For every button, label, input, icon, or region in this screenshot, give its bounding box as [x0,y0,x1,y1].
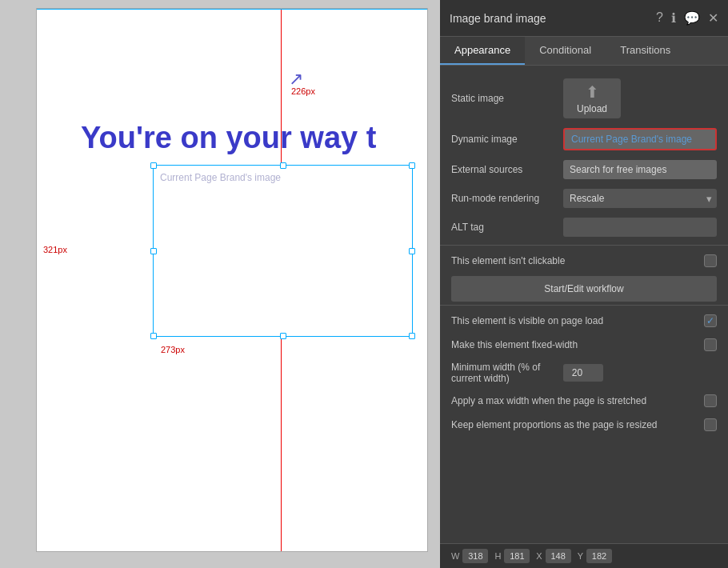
max-width-row: Apply a max width when the page is stret… [440,389,728,413]
tab-appearance[interactable]: Appearance [440,37,525,65]
handle-top-left[interactable] [150,162,157,169]
workflow-button[interactable]: Start/Edit workflow [451,276,717,302]
y-group: Y 182 [578,549,612,563]
run-mode-value: Rescale Stretch Crop [563,189,717,208]
image-element-box[interactable]: Current Page Brand's image [153,165,413,337]
height-group: H 181 [494,549,530,563]
right-panel: Image brand image ? ℹ 💬 ✕ Appearance Con… [440,0,728,568]
tab-transitions[interactable]: Transitions [606,37,685,65]
not-clickable-row: This element isn't clickable [440,249,728,273]
panel-icons: ? ℹ 💬 ✕ [656,10,718,26]
image-element-label: Current Page Brand's image [160,172,281,183]
keep-proportions-row: Keep element proportions as the page is … [440,413,728,437]
dim-left-label: 321px [43,245,67,254]
search-free-images-button[interactable]: Search for free images [563,160,717,179]
alt-tag-value [563,218,717,237]
divider-1 [440,245,728,246]
chat-icon[interactable]: 💬 [684,10,700,26]
bottom-bar: W 318 H 181 X 148 Y 182 [440,543,728,568]
blue-guide-top [37,9,427,10]
max-width-label: Apply a max width when the page is stret… [451,395,704,406]
height-label: H [494,551,501,561]
y-label: Y [578,551,583,561]
panel-title: Image brand image [450,12,656,25]
static-image-row: Static image ⬆ Upload [440,74,728,123]
x-label: X [536,551,542,561]
canvas-white: You're on your way t ↗ 226px Current Pag… [36,8,428,552]
dim-bottom-label: 273px [161,345,185,354]
min-width-label: Minimum width (% of current width) [451,362,563,384]
handle-bottom-middle[interactable] [280,333,286,339]
dynamic-image-value: Current Page Brand's image [563,128,717,150]
height-value: 181 [504,549,530,563]
handle-middle-left[interactable] [150,248,157,254]
dynamic-image-selector[interactable]: Current Page Brand's image [563,128,717,150]
not-clickable-label: This element isn't clickable [451,255,704,266]
external-sources-row: External sources Search for free images [440,155,728,184]
static-image-label: Static image [451,93,563,104]
max-width-checkbox[interactable] [704,394,717,407]
min-width-input[interactable] [563,364,603,382]
width-value: 318 [462,549,488,563]
min-width-value [563,364,717,382]
min-width-row: Minimum width (% of current width) [440,357,728,389]
dynamic-image-label: Dynamic image [451,134,563,145]
panel-content: Static image ⬆ Upload Dynamic image Curr… [440,66,728,543]
tab-conditional[interactable]: Conditional [525,37,606,65]
keep-proportions-label: Keep element proportions as the page is … [451,419,704,430]
run-mode-row: Run-mode rendering Rescale Stretch Crop [440,184,728,213]
alt-tag-input[interactable] [563,218,717,237]
upload-arrow-icon: ⬆ [586,82,599,102]
upload-btn-container: ⬆ Upload [563,78,717,118]
panel-header: Image brand image ? ℹ 💬 ✕ [440,0,728,37]
run-mode-dropdown-wrap: Rescale Stretch Crop [563,189,717,208]
expand-label: 226px [291,86,315,96]
canvas-area: You're on your way t ↗ 226px Current Pag… [0,0,444,568]
not-clickable-checkbox[interactable] [704,254,717,267]
handle-top-right[interactable] [409,162,415,169]
handle-bottom-right[interactable] [409,333,415,339]
visible-row: This element is visible on page load ✓ [440,309,728,333]
external-sources-label: External sources [451,164,563,175]
visible-label: This element is visible on page load [451,315,704,326]
fixed-width-checkbox[interactable] [704,338,717,351]
upload-label: Upload [577,103,607,114]
dynamic-image-row: Dynamic image Current Page Brand's image [440,123,728,155]
alt-tag-row: ALT tag [440,213,728,242]
external-sources-value: Search for free images [563,160,717,179]
width-group: W 318 [451,549,488,563]
run-mode-dropdown[interactable]: Rescale Stretch Crop [563,189,717,208]
divider-2 [440,305,728,306]
upload-button[interactable]: ⬆ Upload [563,78,621,118]
handle-bottom-left[interactable] [150,333,157,339]
keep-proportions-checkbox[interactable] [704,418,717,431]
fixed-width-row: Make this element fixed-width [440,333,728,357]
alt-tag-label: ALT tag [451,222,563,233]
canvas-heading: You're on your way t [81,121,444,155]
x-group: X 148 [536,549,570,563]
fixed-width-label: Make this element fixed-width [451,339,704,350]
handle-top-middle[interactable] [280,162,286,169]
handle-middle-right[interactable] [409,248,415,254]
info-icon[interactable]: ℹ [671,10,676,26]
help-icon[interactable]: ? [656,10,663,26]
close-icon[interactable]: ✕ [708,10,718,26]
run-mode-label: Run-mode rendering [451,193,563,204]
tab-bar: Appearance Conditional Transitions [440,37,728,66]
width-label: W [451,551,459,561]
x-value: 148 [546,549,571,563]
y-value: 182 [586,549,612,563]
visible-checkbox[interactable]: ✓ [704,314,717,327]
visible-check-icon: ✓ [706,315,714,326]
